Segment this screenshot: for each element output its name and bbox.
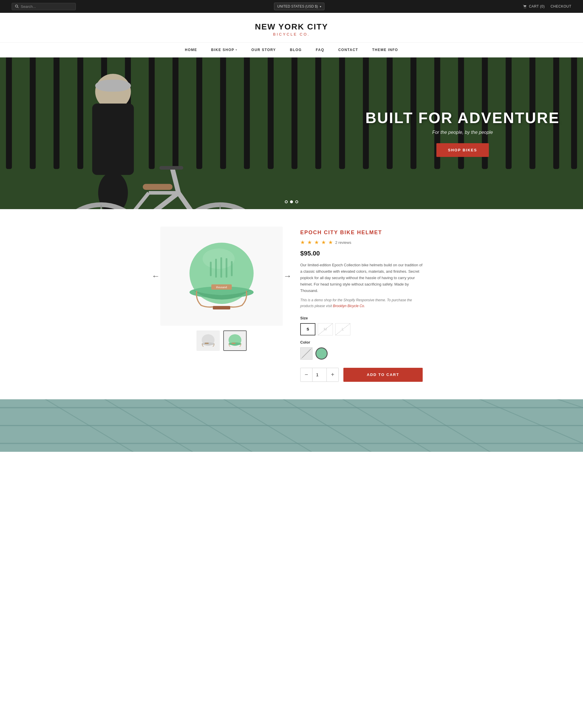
star-1: ★ <box>300 239 305 245</box>
thumbnail-row <box>160 331 283 351</box>
cart-link[interactable]: CART (0) <box>523 4 545 9</box>
product-price: $95.00 <box>300 250 423 257</box>
next-image-button[interactable]: → <box>280 269 295 284</box>
checkout-link[interactable]: CHECKOUT <box>551 4 571 8</box>
main-nav: HOME BIKE SHOP ▾ OUR STORY BLOG FAQ CONT… <box>0 42 583 57</box>
size-label-s: S <box>307 327 309 331</box>
hero-dot-3[interactable] <box>295 200 298 203</box>
size-label: Size <box>300 316 423 320</box>
svg-point-3 <box>525 7 526 8</box>
nav-label-faq: FAQ <box>316 48 324 52</box>
product-note-link[interactable]: Brooklyn Bicycle Co. <box>333 304 365 308</box>
quantity-control: − + <box>300 368 339 382</box>
add-to-cart-button[interactable]: ADD TO CART <box>343 368 423 382</box>
color-label: Color <box>300 340 423 344</box>
svg-rect-64 <box>226 258 227 278</box>
nav-item-contact[interactable]: CONTACT <box>331 43 365 57</box>
svg-rect-68 <box>213 306 230 309</box>
nav-item-our-story[interactable]: OUR STORY <box>244 43 283 57</box>
nav-item-faq[interactable]: FAQ <box>309 43 331 57</box>
size-label-l: L <box>342 327 344 331</box>
svg-rect-61 <box>210 262 212 276</box>
star-2: ★ <box>307 239 312 245</box>
top-bar: UNITED STATES (USD $) ▾ CART (0) CHECKOU… <box>0 0 583 13</box>
nav-item-blog[interactable]: BLOG <box>283 43 309 57</box>
svg-point-0 <box>16 5 18 7</box>
svg-point-59 <box>202 249 235 269</box>
svg-rect-74 <box>231 343 235 344</box>
search-wrapper[interactable] <box>12 3 76 10</box>
product-section: ← thousand <box>149 227 434 382</box>
chevron-down-icon: ▾ <box>235 48 238 51</box>
checkout-label: CHECKOUT <box>551 4 571 8</box>
nav-label-theme-info: THEME INFO <box>372 48 398 52</box>
currency-label: UNITED STATES (USD $) <box>277 4 318 8</box>
hero-dot-1[interactable] <box>285 200 288 203</box>
star-3: ★ <box>314 239 319 245</box>
star-half: ★ <box>328 239 333 245</box>
svg-line-1 <box>18 7 19 8</box>
hero-banner: BUILT FOR ADVENTURE For the people, by t… <box>0 57 583 209</box>
hero-title: BUILT FOR ADVENTURE <box>365 110 560 126</box>
hero-dots <box>285 200 298 203</box>
prev-image-button[interactable]: ← <box>149 269 163 284</box>
star-4: ★ <box>321 239 326 245</box>
thumbnail-mint[interactable] <box>223 331 247 351</box>
currency-selector[interactable]: UNITED STATES (USD $) ▾ <box>274 3 325 10</box>
bottom-image-svg <box>0 399 583 452</box>
quantity-input[interactable] <box>312 368 327 382</box>
stars-row: ★ ★ ★ ★ ★ 2 reviews <box>300 239 423 245</box>
search-icon <box>15 4 19 8</box>
hero-dot-2[interactable] <box>290 200 293 203</box>
bottom-image-section <box>0 399 583 452</box>
svg-rect-71 <box>205 343 209 344</box>
nav-label-contact: CONTACT <box>338 48 358 52</box>
product-description: Our limited-edition Epoch Collection bik… <box>300 262 423 294</box>
search-input[interactable] <box>21 4 73 9</box>
thumbnail-white[interactable] <box>196 331 220 351</box>
reviews-count[interactable]: 2 reviews <box>335 240 351 245</box>
product-note-link-text: Brooklyn Bicycle Co. <box>333 304 365 308</box>
qty-decrease-button[interactable]: − <box>301 368 312 382</box>
size-btn-m[interactable]: M <box>318 323 333 335</box>
hero-cta-button[interactable]: SHOP BIKES <box>436 143 489 157</box>
product-images: ← thousand <box>160 227 283 382</box>
main-image-wrapper: ← thousand <box>160 227 283 326</box>
svg-rect-63 <box>220 257 222 278</box>
hero-subtitle: For the people, by the people <box>365 130 560 135</box>
qty-increase-button[interactable]: + <box>327 368 338 382</box>
nav-item-home[interactable]: HOME <box>178 43 204 57</box>
nav-label-our-story: OUR STORY <box>251 48 276 52</box>
nav-item-bike-shop[interactable]: BIKE SHOP ▾ <box>204 43 244 57</box>
cart-label: CART (0) <box>529 4 545 8</box>
nav-item-theme-info[interactable]: THEME INFO <box>365 43 405 57</box>
color-btn-white[interactable] <box>300 347 312 360</box>
product-name: EPOCH CITY BIKE HELMET <box>300 230 423 236</box>
chevron-down-icon: ▾ <box>320 5 321 8</box>
nav-label-home: HOME <box>185 48 197 52</box>
svg-text:thousand: thousand <box>216 286 227 289</box>
cart-icon <box>523 4 527 8</box>
size-label-m: M <box>324 327 327 331</box>
size-options: S M L <box>300 323 423 335</box>
size-btn-l[interactable]: L <box>335 323 351 335</box>
product-details: EPOCH CITY BIKE HELMET ★ ★ ★ ★ ★ 2 revie… <box>300 227 423 382</box>
cart-row: − + ADD TO CART <box>300 368 423 382</box>
hero-content: BUILT FOR ADVENTURE For the people, by t… <box>365 110 560 157</box>
brand-name[interactable]: NEW YORK CITY <box>6 22 577 31</box>
nav-label-bike-shop: BIKE SHOP <box>211 48 234 52</box>
svg-rect-62 <box>215 259 217 278</box>
color-options <box>300 347 423 360</box>
color-btn-mint[interactable] <box>315 347 328 360</box>
size-btn-s[interactable]: S <box>300 323 315 335</box>
product-note: This is a demo shop for the Shopify Resp… <box>300 297 423 309</box>
product-main-image: thousand <box>181 235 262 317</box>
brand-sub[interactable]: BICYCLE CO. <box>6 32 577 36</box>
nav-label-blog: BLOG <box>290 48 302 52</box>
top-bar-right: CART (0) CHECKOUT <box>523 4 571 9</box>
svg-point-2 <box>524 7 524 8</box>
svg-rect-65 <box>231 261 232 276</box>
site-header: NEW YORK CITY BICYCLE CO. <box>0 13 583 42</box>
